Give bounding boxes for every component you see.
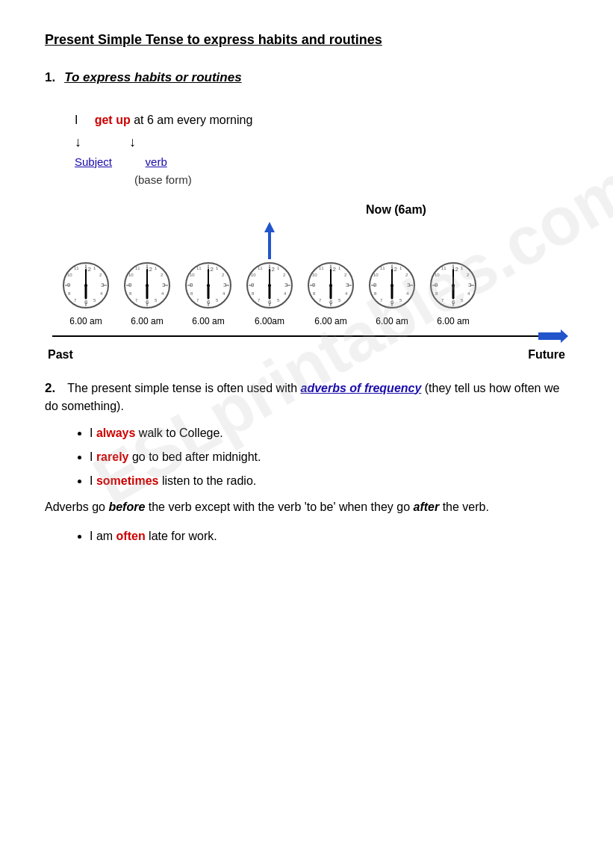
bullet-item-3: I sometimes listen to the radio. [90,472,568,490]
timeline-line [52,335,538,337]
after-word: after [414,500,440,513]
svg-text:3: 3 [162,282,166,288]
before-word: before [108,500,145,513]
svg-text:9: 9 [373,282,377,288]
bullet2-adverb: rarely [96,450,129,463]
svg-point-39 [146,284,149,287]
example-bullet-prefix: I am [90,530,116,542]
bullet1-prefix: I [90,427,96,439]
verb-arrow: ↓ [129,132,136,152]
subject-label: Subject [75,154,112,171]
svg-text:3: 3 [101,282,105,288]
verb-label: verb [146,154,167,171]
timeline-line-container [52,329,568,343]
clocks-row: 12 3 6 9 1 2 4 5 7 8 10 11 [60,222,568,328]
example-verb: get up [95,114,131,126]
svg-text:10: 10 [67,273,72,277]
section2-intro: 2. The present simple tense is often use… [45,379,568,416]
subject-arrow: ↓ [75,132,81,152]
example-bullet-rest: late for work. [146,530,217,542]
svg-rect-61 [268,232,271,259]
svg-text:6: 6 [268,299,272,306]
svg-text:6: 6 [207,299,211,306]
adverb-note-mid: the verb except with the verb 'to be' wh… [145,500,413,513]
timeline-right-arrow [538,329,568,343]
bullet2-rest: go to bed after midnight. [128,450,261,463]
example-pronoun: I [75,114,78,126]
svg-text:9: 9 [435,282,438,288]
svg-point-101 [329,284,332,287]
svg-text:9: 9 [190,282,193,288]
time-label-3: 6.00 am [192,314,224,328]
svg-text:6: 6 [146,299,149,306]
past-future-row: Past Future [45,346,568,364]
adverb-note-end: the verb. [439,500,489,513]
bullet-list: I always walk to College. I rarely go to… [90,424,568,490]
svg-point-19 [84,284,87,287]
svg-text:11: 11 [441,266,446,270]
time-label-6: 6.00 am [376,314,408,328]
svg-point-121 [390,284,393,287]
adverbs-link: adverbs of frequency [301,382,422,394]
svg-text:9: 9 [67,282,71,288]
bullet-item-1: I always walk to College. [90,424,568,442]
bullet1-adverb: always [96,427,135,439]
svg-point-81 [268,284,271,287]
bullet1-rest: walk to College. [135,427,223,439]
svg-text:6: 6 [390,299,394,306]
svg-text:11: 11 [380,266,385,270]
example-bullet-item: I am often late for work. [90,527,568,545]
svg-text:3: 3 [346,282,349,288]
svg-text:10: 10 [373,273,379,277]
svg-marker-60 [264,222,275,232]
bullet3-rest: listen to the radio. [158,474,256,487]
page-title: Present Simple Tense to express habits a… [45,30,568,50]
section2-intro-text: The present simple tense is often used w… [67,382,300,394]
time-label-7: 6.00 am [437,314,469,328]
bullet3-prefix: I [90,474,96,487]
base-form-label: (base form) [134,172,568,189]
svg-text:10: 10 [128,273,134,277]
adverb-note: Adverbs go before the verb except with t… [45,497,568,517]
svg-text:11: 11 [196,266,202,270]
time-label-4: 6.00am [255,314,284,328]
example-bullet-adverb: often [116,530,146,542]
section1-heading: To express habits or routines [64,68,241,87]
svg-text:9: 9 [312,282,316,288]
time-label-1: 6.00 am [69,314,102,328]
timeline: Now (6am) 12 3 6 9 1 2 [45,201,568,364]
clock-6: 12 3 6 9 1 2 4 5 7 8 10 11 6.00 am [366,259,418,328]
subject-verb-block: ↓ ↓ Subject verb (base form) [75,132,568,189]
svg-text:3: 3 [284,282,288,288]
clock-4-now: 12 3 6 9 1 2 4 5 7 8 10 11 6.00am [243,222,296,328]
svg-marker-142 [538,329,568,343]
clock-3: 12 3 6 9 1 2 4 5 7 8 10 11 6.00 am [182,259,234,328]
past-label: Past [48,346,73,364]
now-label: Now (6am) [224,201,568,219]
svg-text:6: 6 [329,299,333,306]
bullet3-adverb: sometimes [96,474,159,487]
svg-text:6: 6 [452,299,455,306]
section1-number: 1. [45,68,55,87]
example-sentence: I get up at 6 am every morning [75,111,568,129]
clock-2: 12 3 6 9 1 2 4 5 7 8 10 11 6.00 am [121,259,173,328]
bullet-item-2: I rarely go to bed after midnight. [90,448,568,466]
example-rest: at 6 am every morning [134,114,252,126]
example-bullet-list: I am often late for work. [90,527,568,545]
clock-7: 12 3 6 9 1 2 4 5 7 8 10 11 6.00 am [427,259,479,328]
adverb-note-before: Adverbs go [45,500,108,513]
svg-text:9: 9 [251,282,255,288]
svg-text:10: 10 [312,273,317,277]
svg-text:11: 11 [135,266,140,270]
svg-point-141 [452,284,455,287]
time-label-2: 6.00 am [131,314,163,328]
svg-point-59 [207,284,210,287]
future-label: Future [528,346,565,364]
svg-text:6: 6 [84,299,88,306]
svg-text:9: 9 [128,282,132,288]
clock-5: 12 3 6 9 1 2 4 5 7 8 10 11 6.00 am [305,259,357,328]
svg-text:11: 11 [319,266,324,270]
svg-text:3: 3 [468,282,472,288]
svg-text:10: 10 [251,273,256,277]
svg-text:3: 3 [407,282,411,288]
